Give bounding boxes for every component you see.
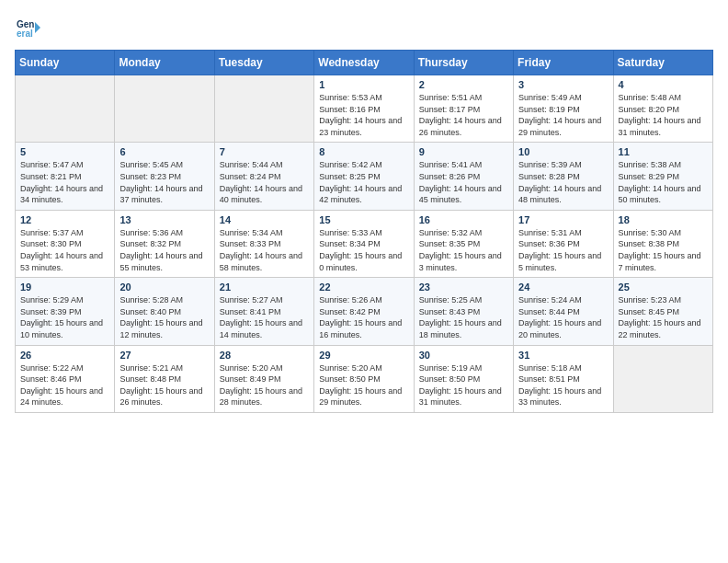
page-header: Gen eral bbox=[15, 15, 713, 40]
day-number: 6 bbox=[119, 146, 209, 157]
day-number: 27 bbox=[119, 350, 209, 361]
weekday-header-friday: Friday bbox=[514, 51, 613, 75]
calendar-cell: 10Sunrise: 5:39 AMSunset: 8:28 PMDayligh… bbox=[514, 143, 613, 210]
calendar-cell: 9Sunrise: 5:41 AMSunset: 8:26 PMDaylight… bbox=[414, 143, 513, 210]
weekday-header-thursday: Thursday bbox=[414, 51, 513, 75]
day-number: 2 bbox=[419, 79, 508, 90]
calendar-cell: 8Sunrise: 5:42 AMSunset: 8:25 PMDaylight… bbox=[314, 143, 414, 210]
day-info: Sunrise: 5:25 AMSunset: 8:43 PMDaylight:… bbox=[419, 294, 508, 340]
day-info: Sunrise: 5:34 AMSunset: 8:33 PMDaylight:… bbox=[220, 227, 309, 273]
day-info: Sunrise: 5:41 AMSunset: 8:26 PMDaylight:… bbox=[419, 159, 508, 205]
calendar-week-row: 19Sunrise: 5:29 AMSunset: 8:39 PMDayligh… bbox=[16, 278, 713, 345]
day-info: Sunrise: 5:20 AMSunset: 8:50 PMDaylight:… bbox=[319, 362, 408, 408]
day-number: 30 bbox=[419, 350, 508, 361]
day-info: Sunrise: 5:32 AMSunset: 8:35 PMDaylight:… bbox=[419, 227, 508, 273]
day-number: 28 bbox=[220, 350, 309, 361]
calendar-cell: 2Sunrise: 5:51 AMSunset: 8:17 PMDaylight… bbox=[414, 75, 513, 143]
calendar-cell: 28Sunrise: 5:20 AMSunset: 8:49 PMDayligh… bbox=[214, 345, 313, 412]
day-number: 23 bbox=[419, 282, 508, 293]
day-number: 29 bbox=[319, 350, 408, 361]
weekday-header-sunday: Sunday bbox=[16, 51, 115, 75]
calendar-cell: 11Sunrise: 5:38 AMSunset: 8:29 PMDayligh… bbox=[613, 143, 712, 210]
day-info: Sunrise: 5:51 AMSunset: 8:17 PMDaylight:… bbox=[419, 92, 508, 138]
calendar-cell: 24Sunrise: 5:24 AMSunset: 8:44 PMDayligh… bbox=[514, 278, 613, 345]
calendar-cell: 30Sunrise: 5:19 AMSunset: 8:50 PMDayligh… bbox=[414, 345, 513, 412]
day-number: 22 bbox=[319, 282, 408, 293]
day-info: Sunrise: 5:36 AMSunset: 8:32 PMDaylight:… bbox=[119, 227, 209, 273]
calendar-week-row: 12Sunrise: 5:37 AMSunset: 8:30 PMDayligh… bbox=[16, 210, 713, 277]
logo: Gen eral bbox=[15, 15, 44, 40]
weekday-header-tuesday: Tuesday bbox=[214, 51, 313, 75]
day-info: Sunrise: 5:48 AMSunset: 8:20 PMDaylight:… bbox=[619, 92, 708, 138]
svg-marker-3 bbox=[35, 22, 40, 33]
calendar-cell: 19Sunrise: 5:29 AMSunset: 8:39 PMDayligh… bbox=[16, 278, 115, 345]
day-number: 20 bbox=[119, 282, 209, 293]
calendar-cell: 3Sunrise: 5:49 AMSunset: 8:19 PMDaylight… bbox=[514, 75, 613, 143]
day-number: 4 bbox=[619, 79, 708, 90]
day-number: 15 bbox=[319, 214, 408, 225]
day-info: Sunrise: 5:30 AMSunset: 8:38 PMDaylight:… bbox=[619, 227, 708, 273]
calendar-cell: 22Sunrise: 5:26 AMSunset: 8:42 PMDayligh… bbox=[314, 278, 414, 345]
calendar-cell: 13Sunrise: 5:36 AMSunset: 8:32 PMDayligh… bbox=[115, 210, 214, 277]
day-number: 19 bbox=[20, 282, 109, 293]
day-info: Sunrise: 5:53 AMSunset: 8:16 PMDaylight:… bbox=[319, 92, 408, 138]
calendar-cell: 7Sunrise: 5:44 AMSunset: 8:24 PMDaylight… bbox=[214, 143, 313, 210]
logo-icon: Gen eral bbox=[15, 15, 40, 40]
calendar-table: SundayMondayTuesdayWednesdayThursdayFrid… bbox=[15, 50, 713, 413]
day-info: Sunrise: 5:31 AMSunset: 8:36 PMDaylight:… bbox=[518, 227, 608, 273]
day-info: Sunrise: 5:22 AMSunset: 8:46 PMDaylight:… bbox=[20, 362, 109, 408]
day-info: Sunrise: 5:39 AMSunset: 8:28 PMDaylight:… bbox=[518, 159, 608, 205]
calendar-cell bbox=[16, 75, 115, 143]
day-number: 1 bbox=[319, 79, 408, 90]
calendar-cell bbox=[613, 345, 712, 412]
day-number: 18 bbox=[619, 214, 708, 225]
day-info: Sunrise: 5:47 AMSunset: 8:21 PMDaylight:… bbox=[20, 159, 109, 205]
calendar-cell: 12Sunrise: 5:37 AMSunset: 8:30 PMDayligh… bbox=[16, 210, 115, 277]
calendar-cell bbox=[115, 75, 214, 143]
day-number: 10 bbox=[518, 146, 608, 157]
day-info: Sunrise: 5:42 AMSunset: 8:25 PMDaylight:… bbox=[319, 159, 408, 205]
day-info: Sunrise: 5:19 AMSunset: 8:50 PMDaylight:… bbox=[419, 362, 508, 408]
calendar-cell: 16Sunrise: 5:32 AMSunset: 8:35 PMDayligh… bbox=[414, 210, 513, 277]
calendar-cell: 15Sunrise: 5:33 AMSunset: 8:34 PMDayligh… bbox=[314, 210, 414, 277]
day-number: 3 bbox=[518, 79, 608, 90]
day-info: Sunrise: 5:23 AMSunset: 8:45 PMDaylight:… bbox=[619, 294, 708, 340]
day-number: 7 bbox=[220, 146, 309, 157]
day-number: 17 bbox=[518, 214, 608, 225]
day-info: Sunrise: 5:27 AMSunset: 8:41 PMDaylight:… bbox=[220, 294, 309, 340]
calendar-cell: 18Sunrise: 5:30 AMSunset: 8:38 PMDayligh… bbox=[613, 210, 712, 277]
day-info: Sunrise: 5:20 AMSunset: 8:49 PMDaylight:… bbox=[220, 362, 309, 408]
day-number: 25 bbox=[619, 282, 708, 293]
weekday-header-monday: Monday bbox=[115, 51, 214, 75]
calendar-week-row: 1Sunrise: 5:53 AMSunset: 8:16 PMDaylight… bbox=[16, 75, 713, 143]
day-info: Sunrise: 5:28 AMSunset: 8:40 PMDaylight:… bbox=[119, 294, 209, 340]
day-number: 13 bbox=[119, 214, 209, 225]
day-info: Sunrise: 5:38 AMSunset: 8:29 PMDaylight:… bbox=[619, 159, 708, 205]
calendar-cell: 21Sunrise: 5:27 AMSunset: 8:41 PMDayligh… bbox=[214, 278, 313, 345]
calendar-cell: 29Sunrise: 5:20 AMSunset: 8:50 PMDayligh… bbox=[314, 345, 414, 412]
calendar-week-row: 5Sunrise: 5:47 AMSunset: 8:21 PMDaylight… bbox=[16, 143, 713, 210]
calendar-cell: 5Sunrise: 5:47 AMSunset: 8:21 PMDaylight… bbox=[16, 143, 115, 210]
calendar-cell: 14Sunrise: 5:34 AMSunset: 8:33 PMDayligh… bbox=[214, 210, 313, 277]
calendar-cell: 20Sunrise: 5:28 AMSunset: 8:40 PMDayligh… bbox=[115, 278, 214, 345]
day-info: Sunrise: 5:49 AMSunset: 8:19 PMDaylight:… bbox=[518, 92, 608, 138]
day-number: 9 bbox=[419, 146, 508, 157]
day-info: Sunrise: 5:24 AMSunset: 8:44 PMDaylight:… bbox=[518, 294, 608, 340]
calendar-cell: 23Sunrise: 5:25 AMSunset: 8:43 PMDayligh… bbox=[414, 278, 513, 345]
day-info: Sunrise: 5:45 AMSunset: 8:23 PMDaylight:… bbox=[119, 159, 209, 205]
day-info: Sunrise: 5:33 AMSunset: 8:34 PMDaylight:… bbox=[319, 227, 408, 273]
svg-text:eral: eral bbox=[17, 29, 33, 39]
calendar-cell: 27Sunrise: 5:21 AMSunset: 8:48 PMDayligh… bbox=[115, 345, 214, 412]
calendar-cell: 1Sunrise: 5:53 AMSunset: 8:16 PMDaylight… bbox=[314, 75, 414, 143]
calendar-cell: 6Sunrise: 5:45 AMSunset: 8:23 PMDaylight… bbox=[115, 143, 214, 210]
day-info: Sunrise: 5:21 AMSunset: 8:48 PMDaylight:… bbox=[119, 362, 209, 408]
day-number: 21 bbox=[220, 282, 309, 293]
day-info: Sunrise: 5:44 AMSunset: 8:24 PMDaylight:… bbox=[220, 159, 309, 205]
day-info: Sunrise: 5:29 AMSunset: 8:39 PMDaylight:… bbox=[20, 294, 109, 340]
calendar-cell: 26Sunrise: 5:22 AMSunset: 8:46 PMDayligh… bbox=[16, 345, 115, 412]
day-number: 8 bbox=[319, 146, 408, 157]
day-info: Sunrise: 5:37 AMSunset: 8:30 PMDaylight:… bbox=[20, 227, 109, 273]
calendar-week-row: 26Sunrise: 5:22 AMSunset: 8:46 PMDayligh… bbox=[16, 345, 713, 412]
day-number: 11 bbox=[619, 146, 708, 157]
calendar-cell: 25Sunrise: 5:23 AMSunset: 8:45 PMDayligh… bbox=[613, 278, 712, 345]
